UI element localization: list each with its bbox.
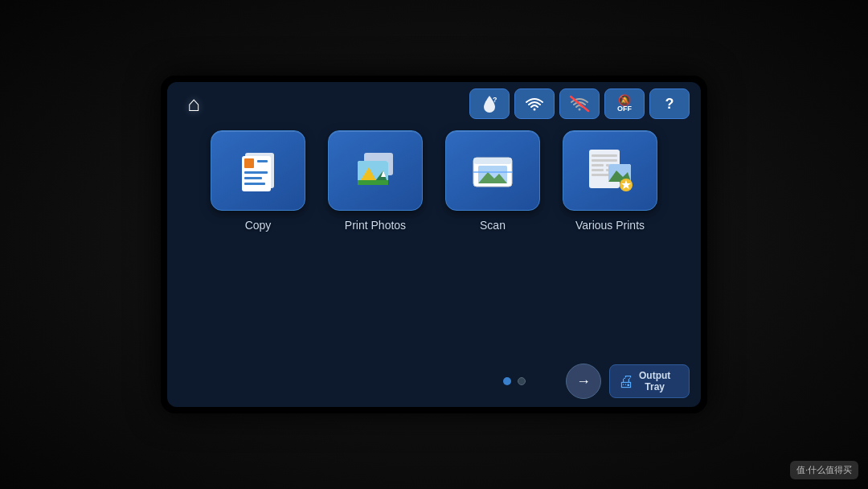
screen-inner: ⌂ ? [167,82,701,407]
next-page-button[interactable]: → [566,364,601,399]
svg-rect-6 [244,171,268,174]
copy-label: Copy [245,219,272,232]
wifi-connected-button[interactable] [514,88,555,119]
print-photos-menu-item[interactable]: Print Photos [323,130,428,232]
scan-icon [465,143,520,198]
scan-menu-item[interactable]: Scan [440,130,545,232]
svg-rect-25 [592,164,604,166]
wifi-off-button[interactable] [559,88,600,119]
svg-rect-5 [257,160,268,162]
top-right-icons: ? [469,88,690,119]
scan-tile[interactable] [445,130,540,211]
top-bar: ⌂ ? [167,82,701,122]
home-icon: ⌂ [187,92,200,117]
copy-icon [231,143,285,198]
help-button[interactable]: ? [649,88,690,119]
svg-rect-21 [473,171,512,173]
print-photos-label: Print Photos [345,219,406,232]
various-prints-menu-item[interactable]: Various Prints [558,130,662,232]
ink-info-button[interactable]: ? [469,88,510,119]
output-tray-icon: 🖨 [618,372,634,391]
page-dots [503,377,526,385]
svg-rect-8 [244,183,265,185]
copy-tile[interactable] [211,130,305,211]
copy-menu-item[interactable]: Copy [206,130,310,232]
help-icon: ? [665,96,674,113]
bottom-bar: → 🖨 Output Tray [167,360,701,407]
svg-rect-15 [358,180,388,185]
dot-active [503,377,511,385]
dot-inactive [518,377,526,385]
sound-off-label: OFF [617,105,632,113]
watermark-text: 值·什么值得买 [796,465,852,475]
print-photos-icon [348,143,403,198]
sound-off-button[interactable]: 🔕 OFF [604,88,645,119]
screen-outer: ⌂ ? [161,76,707,413]
wifi-off-icon [568,95,591,113]
various-prints-label: Various Prints [575,219,645,232]
svg-rect-4 [244,158,254,168]
print-photos-tile[interactable] [328,130,423,211]
various-prints-tile[interactable] [563,130,657,211]
watermark: 值·什么值得买 [790,461,858,479]
output-tray-button[interactable]: 🖨 Output Tray [609,364,690,399]
wifi-connected-icon [523,95,546,113]
various-prints-icon [583,143,637,198]
printer-frame: ⌂ ? [0,0,868,489]
output-tray-label: Output Tray [639,370,670,393]
arrow-icon: → [576,373,591,390]
home-button[interactable]: ⌂ [178,88,209,119]
svg-rect-23 [592,154,617,157]
ink-drop-icon: ? [478,92,501,115]
scan-label: Scan [480,219,506,232]
svg-rect-24 [592,159,617,162]
main-area: Copy [167,122,701,360]
svg-text:?: ? [493,96,497,104]
svg-rect-17 [473,158,512,164]
menu-grid: Copy [183,130,685,354]
svg-rect-7 [244,177,262,179]
svg-rect-26 [592,169,604,171]
